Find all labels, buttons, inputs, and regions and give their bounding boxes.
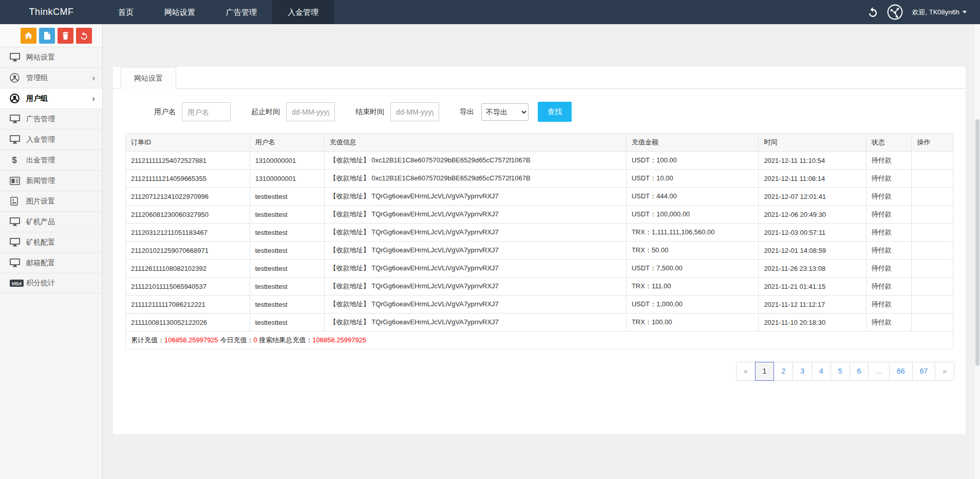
sidebar-item-8[interactable]: 图片设置 ›: [0, 191, 102, 211]
table-cell: 待付款: [866, 242, 912, 260]
page-button-67[interactable]: 67: [912, 362, 936, 381]
sidebar-item-9[interactable]: 矿机产品 ›: [0, 211, 102, 232]
table-cell: testtesttest: [250, 260, 324, 278]
search-button[interactable]: 查找: [538, 102, 572, 122]
table-cell: 13100000001: [250, 170, 324, 188]
table-row: 211126111108082102392testtesttest【收款地址】 …: [126, 260, 953, 278]
brand-logo[interactable]: ThinkCMF: [0, 0, 103, 24]
table-cell: [912, 260, 953, 278]
table-cell: TRX：100.00: [626, 314, 759, 331]
table-cell: 【收款地址】 0xc12B1E1C8e60757029bBE6529d65cC7…: [324, 170, 626, 188]
prev-page-button[interactable]: «: [736, 362, 756, 381]
sidebar-item-11[interactable]: 邮箱配置 ›: [0, 252, 102, 273]
table-cell: 2021-12-03 00:57:11: [759, 224, 866, 242]
table-cell: 211203121211051183467: [126, 224, 250, 242]
scrollbar-thumb[interactable]: [975, 119, 979, 366]
table-cell: testtesttest: [250, 278, 324, 296]
deposit-table-wrap: 订单ID用户名充值信息充值金额时间状态操作 211211111254072527…: [125, 133, 953, 349]
table-cell: USDT：7,500.00: [626, 260, 759, 278]
summary-number: 0: [253, 336, 257, 344]
sidebar-item-10[interactable]: 矿机配置 ›: [0, 232, 102, 252]
table-cell: USDT：1,000.00: [626, 296, 759, 314]
end-time-input[interactable]: [390, 102, 439, 121]
table-cell: [912, 152, 953, 170]
avatar[interactable]: [887, 4, 903, 20]
table-cell: [912, 278, 953, 296]
table-header-row: 订单ID用户名充值信息充值金额时间状态操作: [126, 134, 953, 152]
table-cell: 2021-12-11 11:10:54: [759, 152, 866, 170]
table-row: 21121111121405966535513100000001【收款地址】 0…: [126, 170, 953, 188]
svg-text:VISA: VISA: [12, 281, 22, 286]
username-input[interactable]: [182, 102, 231, 121]
refresh-quick-button[interactable]: [76, 28, 92, 44]
table-cell: 211211111214059665355: [126, 170, 250, 188]
table-cell: 【收款地址】 TQrGg6oeavEHrmLJcVLiVgVA7yprrvRXJ…: [324, 278, 626, 296]
nav-item-2[interactable]: 网站设置: [149, 0, 211, 24]
summary-label: 今日充值：: [218, 336, 254, 344]
user-menu[interactable]: 欢迎, TK08yn6h: [912, 8, 967, 17]
refresh-icon[interactable]: [868, 7, 878, 17]
table-cell: 13100000001: [250, 152, 324, 170]
scrollbar-track[interactable]: [975, 24, 980, 479]
sidebar-item-12[interactable]: VISA 积分统计 ›: [0, 273, 102, 293]
table-cell: 2021-12-01 14:08:59: [759, 242, 866, 260]
home-quick-button[interactable]: [21, 28, 36, 44]
page-button-4[interactable]: 4: [812, 362, 831, 381]
start-time-input[interactable]: [286, 102, 335, 121]
table-cell: TRX：111.00: [626, 278, 759, 296]
sidebar-item-1[interactable]: 网站设置 ›: [0, 47, 102, 67]
next-page-button[interactable]: »: [935, 362, 954, 381]
sidebar-quickbar: [0, 24, 102, 47]
page-button-1[interactable]: 1: [755, 362, 775, 381]
file-quick-button[interactable]: [39, 28, 55, 44]
table-cell: [912, 188, 953, 206]
filter-toolbar: 用户名 起止时间 结束时间 导出 不导出 查找: [154, 102, 966, 122]
table-cell: 待付款: [866, 314, 912, 331]
sidebar-item-3[interactable]: 用户组 ›: [0, 88, 102, 108]
ellipsis-page-button: ...: [868, 362, 890, 381]
table-cell: 待付款: [866, 260, 912, 278]
table-cell: 【收款地址】 0xc12B1E1C8e60757029bBE6529d65cC7…: [324, 152, 626, 170]
table-cell: 211211111254072527881: [126, 152, 250, 170]
export-select[interactable]: 不导出: [481, 103, 529, 121]
table-cell: 2021-12-07 12:01:41: [759, 188, 866, 206]
page-button-6[interactable]: 6: [850, 362, 869, 381]
page-button-2[interactable]: 2: [774, 362, 793, 381]
nav-item-1[interactable]: 首页: [103, 0, 149, 24]
sidebar-item-4[interactable]: 广告管理 ›: [0, 108, 102, 129]
user-icon: [10, 94, 26, 103]
nav-item-4[interactable]: 入金管理: [272, 0, 334, 24]
caret-down-icon: [963, 11, 967, 13]
table-cell: [912, 224, 953, 242]
table-cell: 211207121241022970996: [126, 188, 250, 206]
trash-quick-button[interactable]: [58, 28, 73, 44]
dollar-icon: $: [10, 155, 26, 165]
end-time-label: 结束时间: [355, 107, 384, 117]
deposit-table: 订单ID用户名充值信息充值金额时间状态操作 211211111254072527…: [125, 133, 953, 349]
sidebar-item-7[interactable]: 新闻管理 ›: [0, 170, 102, 191]
sidebar-item-6[interactable]: $ 出金管理 ›: [0, 150, 102, 170]
table-cell: USDT：100,000.00: [626, 206, 759, 224]
sidebar-item-2[interactable]: 管理组 ›: [0, 67, 102, 88]
page-button-3[interactable]: 3: [793, 362, 812, 381]
table-cell: 211112111117086212221: [126, 296, 250, 314]
table-cell: 2021-11-26 23:13:08: [759, 260, 866, 278]
table-cell: testtesttest: [250, 224, 324, 242]
table-cell: testtesttest: [250, 314, 324, 331]
summary-number: 106858.25997925: [164, 336, 218, 344]
trash-icon: [62, 32, 69, 40]
page-button-66[interactable]: 66: [889, 362, 913, 381]
chevron-right-icon: ›: [92, 94, 95, 103]
table-cell: 待付款: [866, 188, 912, 206]
column-header: 用户名: [250, 134, 324, 152]
table-cell: 2021-12-06 20:49:30: [759, 206, 866, 224]
table-cell: testtesttest: [250, 188, 324, 206]
tab-site-settings[interactable]: 网站设置: [121, 67, 176, 89]
table-cell: TRX：50.00: [626, 242, 759, 260]
visa-icon: VISA: [10, 279, 26, 287]
sidebar-item-5[interactable]: 入金管理 ›: [0, 129, 102, 150]
nav-item-3[interactable]: 广告管理: [211, 0, 272, 24]
summary-text: 累计充值：106858.25997925 今日充值：0 搜索结果总充值：1068…: [126, 331, 953, 349]
page-button-5[interactable]: 5: [831, 362, 850, 381]
table-cell: 211201021259070668971: [126, 242, 250, 260]
